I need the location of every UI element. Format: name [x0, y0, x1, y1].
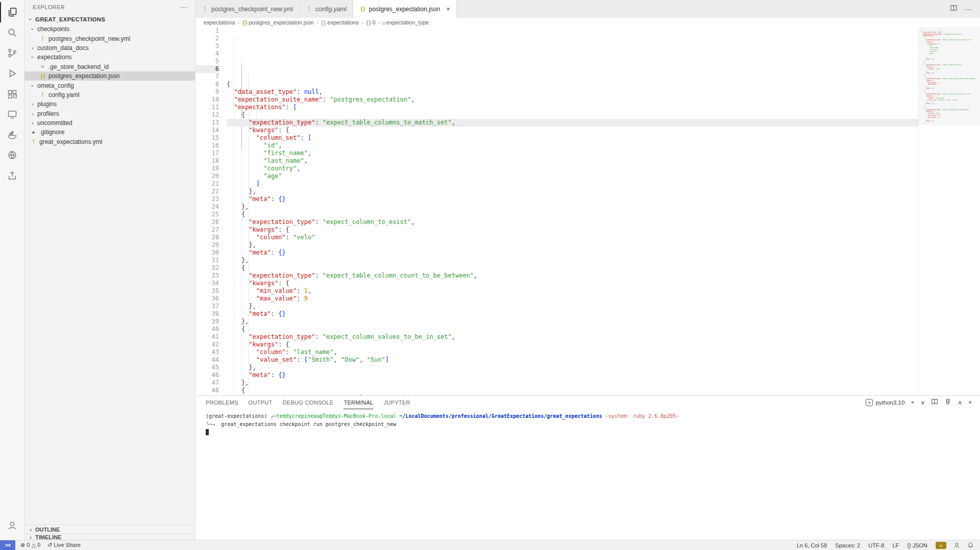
- tree-item-postgres-checkpoint-new-yml[interactable]: !postgres_checkpoint_new.yml: [24, 34, 195, 43]
- code-line[interactable]: "meta": {}: [227, 195, 918, 203]
- line-number[interactable]: 16: [195, 142, 219, 149]
- line-number[interactable]: 29: [195, 241, 219, 249]
- line-number[interactable]: 12: [195, 111, 219, 119]
- share-icon[interactable]: [0, 165, 24, 186]
- line-number[interactable]: 36: [195, 295, 219, 303]
- line-number[interactable]: 20: [195, 172, 219, 180]
- tree-item-config-yaml[interactable]: !config.yaml: [24, 90, 195, 99]
- status-eol[interactable]: LF: [892, 542, 899, 548]
- tree-item-plugins[interactable]: ›plugins: [24, 99, 195, 109]
- line-number[interactable]: 17: [195, 149, 219, 157]
- line-number[interactable]: 37: [195, 303, 219, 310]
- tree-item-checkpoints[interactable]: ›checkpoints: [24, 24, 195, 34]
- line-number[interactable]: 10: [195, 96, 219, 104]
- status-live-share[interactable]: ↺ Live Share: [47, 542, 81, 548]
- line-number[interactable]: 23: [195, 195, 219, 203]
- code-line[interactable]: "column_set": [: [227, 134, 918, 142]
- line-number[interactable]: 42: [195, 341, 219, 348]
- close-panel-icon[interactable]: ×: [968, 399, 972, 406]
- explorer-more-actions-icon[interactable]: ⋯: [181, 3, 188, 11]
- code-line[interactable]: },: [227, 379, 918, 387]
- code-line[interactable]: },: [227, 364, 918, 371]
- line-number[interactable]: 41: [195, 333, 219, 341]
- status-indentation[interactable]: Spaces: 2: [835, 542, 860, 548]
- code-area[interactable]: { "data_asset_type": null, "expectation_…: [223, 27, 918, 395]
- code-line[interactable]: "kwargs": {: [227, 226, 918, 234]
- line-number[interactable]: 26: [195, 218, 219, 226]
- line-number[interactable]: 30: [195, 249, 219, 257]
- breadcrumb-item-0[interactable]: {}0: [365, 19, 375, 26]
- docker-icon[interactable]: [0, 124, 24, 145]
- minimap[interactable]: { "data_asset_type": null, "expectation_…: [918, 27, 980, 395]
- line-number[interactable]: 40: [195, 326, 219, 333]
- code-line[interactable]: "expectation_suite_name": "postgres_expe…: [227, 96, 918, 104]
- line-number[interactable]: 6: [195, 65, 219, 73]
- code-line[interactable]: "max_value": 9: [227, 295, 918, 303]
- split-editor-icon[interactable]: [950, 4, 958, 14]
- status-language-mode[interactable]: {} JSON: [907, 542, 927, 548]
- code-line[interactable]: "min_value": 1,: [227, 287, 918, 295]
- line-number[interactable]: 14: [195, 127, 219, 134]
- close-icon[interactable]: ×: [446, 5, 450, 13]
- code-line[interactable]: "column": "velo": [227, 234, 918, 241]
- code-line[interactable]: "meta": {}: [227, 371, 918, 379]
- code-line[interactable]: "kwargs": {: [227, 127, 918, 134]
- line-number[interactable]: 8: [195, 81, 219, 88]
- code-line[interactable]: "kwargs": {: [227, 280, 918, 287]
- editor-more-actions-icon[interactable]: ⋯: [965, 5, 972, 13]
- panel-tab-problems[interactable]: PROBLEMS: [206, 396, 238, 409]
- terminal-shell-selector[interactable]: > python3.10: [866, 399, 904, 406]
- code-line[interactable]: {: [227, 387, 918, 394]
- terminal-profile-dropdown-icon[interactable]: ∨: [920, 399, 925, 406]
- source-control-icon[interactable]: [0, 43, 24, 63]
- line-number[interactable]: 4: [195, 50, 219, 58]
- line-number[interactable]: 15: [195, 134, 219, 142]
- terminal[interactable]: (great-expectations) ╭─teddycrepineau@Te…: [195, 409, 980, 540]
- person-icon[interactable]: [953, 542, 960, 548]
- editor-gutter[interactable]: 1234567891011121314151617181920212223242…: [195, 27, 223, 395]
- line-number[interactable]: 19: [195, 165, 219, 172]
- code-line[interactable]: },: [227, 303, 918, 310]
- line-number[interactable]: 32: [195, 264, 219, 272]
- code-line[interactable]: "data_asset_type": null,: [227, 88, 918, 96]
- line-number[interactable]: 24: [195, 203, 219, 211]
- line-number[interactable]: 39: [195, 318, 219, 326]
- new-terminal-icon[interactable]: +: [911, 399, 914, 406]
- kill-terminal-icon[interactable]: [944, 398, 951, 407]
- code-line[interactable]: "expectation_type": "expect_table_column…: [227, 119, 918, 127]
- run-debug-icon[interactable]: [0, 63, 24, 84]
- line-number[interactable]: 2: [195, 35, 219, 42]
- code-line[interactable]: {: [227, 326, 918, 333]
- code-line[interactable]: "last_name",: [227, 157, 918, 165]
- remote-explorer-icon[interactable]: [0, 104, 24, 124]
- line-number[interactable]: 25: [195, 211, 219, 218]
- bell-icon[interactable]: [967, 542, 974, 548]
- tree-item-ge-store-backend-id[interactable]: ≡.ge_store_backend_id: [24, 62, 195, 71]
- code-line[interactable]: "age": [227, 172, 918, 180]
- tree-item-gitignore[interactable]: ◆.gitignore: [24, 128, 195, 137]
- code-line[interactable]: {: [227, 81, 918, 88]
- breadcrumb-item-postgres-expectation-json[interactable]: {}postgres_expectation.json: [242, 19, 314, 26]
- line-number[interactable]: 1: [195, 27, 219, 35]
- code-line[interactable]: "meta": {}: [227, 249, 918, 257]
- code-line[interactable]: },: [227, 257, 918, 264]
- tree-item-great-expectations-yml[interactable]: !great_expectations.yml: [24, 137, 195, 146]
- tree-item-expectations[interactable]: ›expectations: [24, 53, 195, 62]
- line-number[interactable]: 9: [195, 88, 219, 96]
- explorer-icon[interactable]: [0, 2, 24, 22]
- code-line[interactable]: "expectation_type": "expect_table_column…: [227, 272, 918, 280]
- breadcrumb-item-expectation-type[interactable]: ◻expectation_type: [382, 19, 429, 26]
- code-line[interactable]: {: [227, 111, 918, 119]
- line-number[interactable]: 7: [195, 73, 219, 81]
- split-terminal-icon[interactable]: [931, 398, 938, 407]
- code-line[interactable]: "column": "last_name",: [227, 348, 918, 356]
- breadcrumb-item-expectations[interactable]: expectations: [204, 19, 235, 26]
- breadcrumb-item-expectations[interactable]: []expectations: [321, 19, 359, 26]
- line-number[interactable]: 43: [195, 348, 219, 356]
- code-line[interactable]: {: [227, 264, 918, 272]
- code-line[interactable]: "id",: [227, 142, 918, 149]
- tree-item-postgres-expectation-json[interactable]: {}postgres_expectation.json: [24, 71, 195, 81]
- panel-tab-terminal[interactable]: TERMINAL: [344, 396, 373, 409]
- line-number[interactable]: 28: [195, 234, 219, 241]
- maximize-panel-icon[interactable]: ∧: [958, 399, 962, 406]
